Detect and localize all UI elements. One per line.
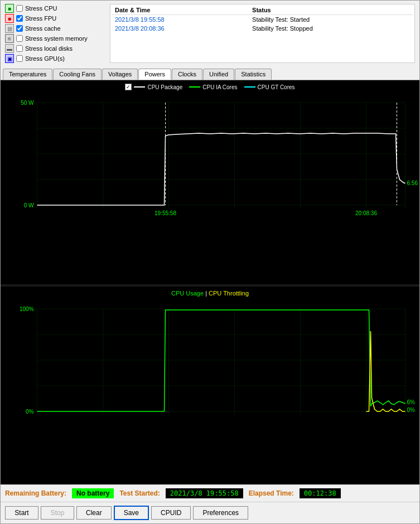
throttle-label: CPU Throttling xyxy=(209,290,249,297)
status-bar: Remaining Battery: No battery Test Start… xyxy=(1,484,419,502)
tab-unified[interactable]: Unified xyxy=(203,69,234,80)
stress-memory-checkbox[interactable] xyxy=(16,35,23,42)
status-1: Stability Test: Started xyxy=(249,15,413,25)
stress-options: ■ Stress CPU ■ Stress FPU ▦ Stress cache… xyxy=(5,4,105,63)
power-chart-svg: 50 W 0 W 19:55:58 20:08:36 6.56 xyxy=(2,91,418,220)
tab-powers[interactable]: Powers xyxy=(138,69,171,80)
stress-fpu-checkbox[interactable] xyxy=(16,15,23,22)
stress-gpu-label: Stress GPU(s) xyxy=(25,55,65,62)
no-battery-value: No battery xyxy=(72,488,114,498)
stress-gpu-item: ▣ Stress GPU(s) xyxy=(5,54,105,63)
cpu-package-label: CPU Package xyxy=(147,84,182,90)
legend-cpu-ia-cores: CPU IA Cores xyxy=(189,84,237,90)
date-2: 2021/3/8 20:08:36 xyxy=(112,24,249,33)
save-button[interactable]: Save xyxy=(114,506,149,520)
status-2: Stability Test: Stopped xyxy=(249,24,413,33)
stress-cache-checkbox[interactable] xyxy=(16,25,23,32)
svg-rect-20 xyxy=(9,298,411,426)
svg-rect-0 xyxy=(9,91,411,220)
cpu-package-check[interactable]: ✓ xyxy=(125,84,132,90)
cpuid-button[interactable]: CPUID xyxy=(151,506,191,520)
status-row-1: 2021/3/8 19:55:58 Stability Test: Starte… xyxy=(112,15,413,25)
date-1: 2021/3/8 19:55:58 xyxy=(112,15,249,25)
stress-cpu-label: Stress CPU xyxy=(25,5,57,12)
power-chart-container: ✓ CPU Package CPU IA Cores CPU GT Cores xyxy=(1,80,419,284)
fpu-icon: ■ xyxy=(5,14,14,23)
svg-text:6%: 6% xyxy=(407,399,416,405)
test-started-value: 2021/3/8 19:55:58 xyxy=(166,488,243,498)
stress-cache-item: ▦ Stress cache xyxy=(5,24,105,33)
usage-chart-container: CPU Usage | CPU Throttling xyxy=(1,287,419,484)
legend-cpu-gt-cores: CPU GT Cores xyxy=(244,84,295,90)
cpu-ia-line xyxy=(189,86,200,88)
elapsed-time-value: 00:12:38 xyxy=(300,488,341,498)
stress-disks-item: ▬ Stress local disks xyxy=(5,44,105,53)
status-table-wrap: Date & Time Status 2021/3/8 19:55:58 Sta… xyxy=(110,4,415,63)
cpu-gt-line xyxy=(244,86,255,88)
tab-clocks[interactable]: Clocks xyxy=(172,69,202,80)
power-chart-legend: ✓ CPU Package CPU IA Cores CPU GT Cores xyxy=(2,83,418,91)
top-section: ■ Stress CPU ■ Stress FPU ▦ Stress cache… xyxy=(1,1,419,66)
stress-fpu-item: ■ Stress FPU xyxy=(5,14,105,23)
elapsed-time-label: Elapsed Time: xyxy=(249,489,294,497)
tabs-bar: Temperatures Cooling Fans Voltages Power… xyxy=(1,66,419,80)
stress-cache-label: Stress cache xyxy=(25,25,61,32)
svg-text:100%: 100% xyxy=(20,306,34,312)
tab-voltages[interactable]: Voltages xyxy=(102,69,138,80)
main-window: ■ Stress CPU ■ Stress FPU ▦ Stress cache… xyxy=(0,0,420,524)
svg-text:0%: 0% xyxy=(407,407,416,413)
test-started-label: Test Started: xyxy=(119,489,160,497)
stress-cpu-checkbox[interactable] xyxy=(16,5,23,12)
bottom-buttons: Start Stop Clear Save CPUID Preferences xyxy=(1,502,419,523)
svg-text:0 W: 0 W xyxy=(24,202,34,208)
preferences-button[interactable]: Preferences xyxy=(193,506,248,520)
stop-button[interactable]: Stop xyxy=(41,506,74,520)
cpu-gt-label: CPU GT Cores xyxy=(258,84,295,90)
status-header: Status xyxy=(249,6,413,15)
date-time-header: Date & Time xyxy=(112,6,249,15)
start-button[interactable]: Start xyxy=(5,506,38,520)
svg-text:6.56: 6.56 xyxy=(407,180,418,186)
stress-fpu-label: Stress FPU xyxy=(25,15,56,22)
status-table: Date & Time Status 2021/3/8 19:55:58 Sta… xyxy=(112,6,413,33)
gpu-icon: ▣ xyxy=(5,54,14,63)
cache-icon: ▦ xyxy=(5,24,14,33)
legend-cpu-package: ✓ CPU Package xyxy=(125,84,182,90)
stress-cpu-item: ■ Stress CPU xyxy=(5,4,105,13)
usage-chart-title: CPU Usage | CPU Throttling xyxy=(2,289,418,298)
cpu-ia-label: CPU IA Cores xyxy=(202,84,237,90)
tab-temperatures[interactable]: Temperatures xyxy=(3,69,52,80)
cpu-icon: ■ xyxy=(5,4,14,13)
mem-icon: ≡ xyxy=(5,34,14,43)
svg-text:20:08:36: 20:08:36 xyxy=(355,210,377,216)
stress-memory-label: Stress system memory xyxy=(25,35,88,42)
stress-disks-label: Stress local disks xyxy=(25,45,73,52)
svg-text:19:55:58: 19:55:58 xyxy=(155,210,176,216)
stress-memory-item: ≡ Stress system memory xyxy=(5,34,105,43)
svg-text:0%: 0% xyxy=(26,409,34,415)
charts-area: ✓ CPU Package CPU IA Cores CPU GT Cores xyxy=(1,80,419,484)
disk-icon: ▬ xyxy=(5,44,14,53)
svg-text:50 W: 50 W xyxy=(21,100,34,106)
usage-label: CPU Usage xyxy=(171,290,204,297)
usage-chart-svg: 100% 0% 6% 0% xyxy=(2,298,418,426)
tab-cooling-fans[interactable]: Cooling Fans xyxy=(53,69,102,80)
remaining-battery-label: Remaining Battery: xyxy=(5,489,66,497)
stress-disks-checkbox[interactable] xyxy=(16,45,23,52)
cpu-package-line xyxy=(134,86,145,88)
tab-statistics[interactable]: Statistics xyxy=(235,69,272,80)
stress-gpu-checkbox[interactable] xyxy=(16,55,23,62)
clear-button[interactable]: Clear xyxy=(76,506,112,520)
status-row-2: 2021/3/8 20:08:36 Stability Test: Stoppe… xyxy=(112,24,413,33)
